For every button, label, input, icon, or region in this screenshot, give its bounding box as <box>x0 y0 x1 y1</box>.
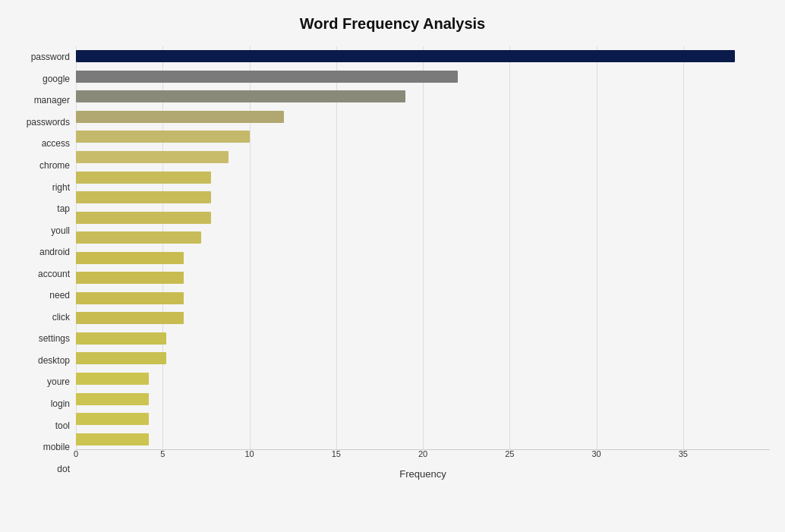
bar <box>76 151 229 163</box>
bar <box>76 111 284 123</box>
bar-row <box>76 87 770 107</box>
bar <box>76 191 211 203</box>
y-label: google <box>43 74 70 83</box>
bar-row <box>76 288 770 309</box>
bar <box>76 252 184 264</box>
y-label: mobile <box>43 442 70 452</box>
y-label: need <box>49 291 70 300</box>
bar <box>76 231 201 244</box>
bar-row <box>76 348 770 369</box>
bar-row <box>76 228 770 248</box>
x-tick-label: 10 <box>244 449 254 458</box>
bar-row <box>76 389 770 409</box>
bar <box>76 373 149 385</box>
y-label: youre <box>47 377 70 386</box>
y-label: manager <box>34 96 70 105</box>
chart-area: passwordgooglemanagerpasswordsaccesschro… <box>15 46 770 480</box>
bar <box>76 352 166 364</box>
bar-row <box>76 67 770 87</box>
bar-row <box>76 409 770 430</box>
y-label: android <box>39 247 70 257</box>
y-label: account <box>38 269 70 279</box>
bar-row <box>76 308 770 329</box>
x-tick-label: 35 <box>679 449 688 458</box>
y-label: click <box>52 313 70 322</box>
bar <box>76 312 184 324</box>
y-label: dot <box>57 464 70 474</box>
x-tick-label: 25 <box>505 449 514 458</box>
bar <box>76 90 405 102</box>
chart-container: Word Frequency Analysis passwordgooglema… <box>0 0 785 532</box>
bar-row <box>76 46 770 67</box>
x-tick-label: 5 <box>160 449 165 458</box>
y-label: youll <box>51 226 70 235</box>
x-axis: 05101520253035 Frequency <box>76 449 770 480</box>
bar <box>76 172 211 184</box>
bar <box>76 272 184 284</box>
y-label: right <box>52 183 70 192</box>
bar <box>76 292 184 304</box>
y-label: desktop <box>38 356 70 365</box>
bar <box>76 332 166 345</box>
bar-row <box>76 247 770 268</box>
x-tick-label: 15 <box>332 449 341 458</box>
y-label: passwords <box>27 118 70 127</box>
y-axis: passwordgooglemanagerpasswordsaccesschro… <box>15 46 76 480</box>
bar-row <box>76 268 770 288</box>
bar-row <box>76 207 770 228</box>
bar-row <box>76 429 770 449</box>
y-label: chrome <box>39 161 70 170</box>
bar-row <box>76 167 770 187</box>
bar-row <box>76 329 770 349</box>
y-label: tap <box>57 204 70 213</box>
x-tick-label: 30 <box>591 449 601 458</box>
bar-row <box>76 187 770 208</box>
bar-row <box>76 127 770 147</box>
bar-row <box>76 107 770 127</box>
x-axis-label: Frequency <box>76 468 770 480</box>
bar <box>76 50 735 62</box>
x-tick-label: 20 <box>418 449 427 458</box>
y-label: access <box>42 139 70 148</box>
bars-and-xaxis: 05101520253035 Frequency <box>76 46 770 480</box>
bars-area <box>76 46 770 449</box>
bar <box>76 71 458 83</box>
bar <box>76 413 149 425</box>
y-label: settings <box>39 334 70 343</box>
bar-row <box>76 147 770 168</box>
y-label: tool <box>55 421 70 430</box>
x-tick-label: 0 <box>74 449 78 458</box>
bar <box>76 212 211 224</box>
bar <box>76 433 149 445</box>
bar-row <box>76 369 770 389</box>
bar <box>76 393 149 405</box>
y-label: login <box>51 399 70 408</box>
bar <box>76 131 250 143</box>
chart-title: Word Frequency Analysis <box>15 15 770 33</box>
y-label: password <box>31 52 70 61</box>
